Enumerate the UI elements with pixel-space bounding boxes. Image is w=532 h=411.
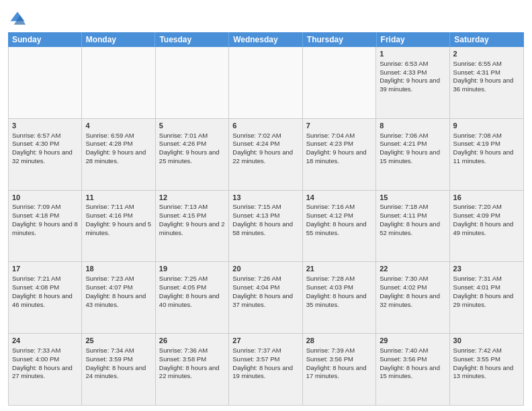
day-number: 24: [12, 336, 78, 346]
sunrise-text: Sunrise: 7:04 AM: [306, 132, 355, 139]
day-of-week-header: Friday: [377, 32, 451, 47]
daylight-text: Daylight: 9 hours and 11 minutes.: [453, 148, 514, 165]
daylight-text: Daylight: 9 hours and 15 minutes.: [380, 148, 440, 165]
sunset-text: Sunset: 4:02 PM: [380, 283, 427, 291]
daylight-text: Daylight: 8 hours and 40 minutes.: [159, 292, 220, 308]
day-number: 1: [380, 49, 445, 59]
daylight-text: Daylight: 9 hours and 22 minutes.: [232, 148, 293, 165]
day-number: 14: [306, 193, 372, 203]
daylight-text: Daylight: 9 hours and 39 minutes.: [380, 77, 440, 93]
calendar-cell: 24Sunrise: 7:33 AMSunset: 4:00 PMDayligh…: [9, 334, 82, 405]
day-number: 6: [232, 121, 298, 131]
sunrise-text: Sunrise: 7:33 AM: [12, 347, 60, 354]
daylight-text: Daylight: 9 hours and 25 minutes.: [159, 148, 220, 165]
sunrise-text: Sunrise: 7:21 AM: [12, 275, 60, 282]
daylight-text: Daylight: 8 hours and 22 minutes.: [159, 364, 220, 380]
daylight-text: Daylight: 9 hours and 8 minutes.: [12, 220, 78, 236]
calendar-header: SundayMondayTuesdayWednesdayThursdayFrid…: [8, 32, 524, 47]
sunrise-text: Sunrise: 7:36 AM: [159, 347, 208, 354]
daylight-text: Daylight: 9 hours and 36 minutes.: [453, 77, 514, 93]
sunrise-text: Sunrise: 7:40 AM: [380, 347, 428, 354]
calendar-row: 17Sunrise: 7:21 AMSunset: 4:08 PMDayligh…: [9, 262, 523, 334]
sunset-text: Sunset: 3:57 PM: [232, 355, 279, 363]
day-number: 18: [85, 264, 151, 274]
day-of-week-header: Thursday: [303, 32, 377, 47]
day-number: 26: [159, 336, 225, 346]
day-number: 9: [453, 121, 520, 131]
sunset-text: Sunset: 3:55 PM: [453, 355, 500, 363]
calendar-row: 10Sunrise: 7:09 AMSunset: 4:18 PMDayligh…: [9, 191, 523, 263]
calendar-cell: 21Sunrise: 7:28 AMSunset: 4:03 PMDayligh…: [303, 262, 376, 333]
sunset-text: Sunset: 4:26 PM: [159, 140, 206, 147]
sunset-text: Sunset: 4:12 PM: [306, 212, 353, 219]
day-number: 28: [306, 336, 372, 346]
daylight-text: Daylight: 8 hours and 24 minutes.: [85, 364, 146, 380]
calendar-cell: 6Sunrise: 7:02 AMSunset: 4:24 PMDaylight…: [229, 119, 302, 190]
calendar-cell: 13Sunrise: 7:15 AMSunset: 4:13 PMDayligh…: [229, 191, 302, 262]
calendar-cell: 2Sunrise: 6:55 AMSunset: 4:31 PMDaylight…: [450, 47, 523, 118]
sunset-text: Sunset: 4:15 PM: [159, 212, 206, 219]
calendar-cell: 15Sunrise: 7:18 AMSunset: 4:11 PMDayligh…: [376, 191, 449, 262]
daylight-text: Daylight: 8 hours and 35 minutes.: [306, 292, 367, 308]
day-number: 30: [453, 336, 520, 346]
logo-icon: [8, 9, 27, 28]
daylight-text: Daylight: 8 hours and 49 minutes.: [453, 220, 514, 236]
header: [8, 7, 524, 28]
daylight-text: Daylight: 8 hours and 58 minutes.: [232, 220, 293, 236]
sunrise-text: Sunrise: 7:25 AM: [159, 275, 208, 282]
sunrise-text: Sunrise: 7:15 AM: [232, 203, 281, 210]
daylight-text: Daylight: 9 hours and 32 minutes.: [12, 148, 73, 165]
calendar-cell: [303, 47, 376, 118]
sunset-text: Sunset: 3:59 PM: [85, 355, 132, 363]
sunset-text: Sunset: 4:33 PM: [380, 68, 427, 76]
sunset-text: Sunset: 3:58 PM: [159, 355, 206, 363]
calendar: SundayMondayTuesdayWednesdayThursdayFrid…: [8, 32, 524, 406]
calendar-cell: 28Sunrise: 7:39 AMSunset: 3:56 PMDayligh…: [303, 334, 376, 405]
calendar-cell: 17Sunrise: 7:21 AMSunset: 4:08 PMDayligh…: [9, 262, 82, 333]
calendar-cell: 27Sunrise: 7:37 AMSunset: 3:57 PMDayligh…: [229, 334, 302, 405]
sunset-text: Sunset: 4:13 PM: [232, 212, 279, 219]
sunset-text: Sunset: 4:31 PM: [453, 68, 500, 76]
calendar-cell: 1Sunrise: 6:53 AMSunset: 4:33 PMDaylight…: [376, 47, 449, 118]
daylight-text: Daylight: 8 hours and 43 minutes.: [85, 292, 146, 308]
sunrise-text: Sunrise: 7:01 AM: [159, 132, 208, 139]
sunset-text: Sunset: 4:01 PM: [453, 283, 500, 291]
sunset-text: Sunset: 4:05 PM: [159, 283, 206, 291]
sunrise-text: Sunrise: 6:55 AM: [453, 60, 502, 67]
calendar-cell: 9Sunrise: 7:08 AMSunset: 4:19 PMDaylight…: [450, 119, 523, 190]
daylight-text: Daylight: 8 hours and 13 minutes.: [453, 364, 514, 380]
sunset-text: Sunset: 4:28 PM: [85, 140, 132, 147]
sunset-text: Sunset: 4:00 PM: [12, 355, 59, 363]
day-number: 27: [232, 336, 298, 346]
day-number: 7: [306, 121, 372, 131]
sunset-text: Sunset: 4:23 PM: [306, 140, 353, 147]
day-number: 5: [159, 121, 225, 131]
day-number: 19: [159, 264, 225, 274]
day-number: 12: [159, 193, 225, 203]
daylight-text: Daylight: 9 hours and 18 minutes.: [306, 148, 367, 165]
day-number: 23: [453, 264, 520, 274]
daylight-text: Daylight: 8 hours and 52 minutes.: [380, 220, 440, 236]
daylight-text: Daylight: 9 hours and 5 minutes.: [85, 220, 151, 236]
sunset-text: Sunset: 3:56 PM: [306, 355, 353, 363]
calendar-cell: 29Sunrise: 7:40 AMSunset: 3:56 PMDayligh…: [376, 334, 449, 405]
sunset-text: Sunset: 4:18 PM: [12, 212, 59, 219]
day-of-week-header: Wednesday: [229, 32, 303, 47]
sunrise-text: Sunrise: 6:53 AM: [380, 60, 428, 67]
calendar-cell: 4Sunrise: 6:59 AMSunset: 4:28 PMDaylight…: [82, 119, 155, 190]
daylight-text: Daylight: 8 hours and 27 minutes.: [12, 364, 73, 380]
calendar-cell: 16Sunrise: 7:20 AMSunset: 4:09 PMDayligh…: [450, 191, 523, 262]
daylight-text: Daylight: 9 hours and 28 minutes.: [85, 148, 146, 165]
calendar-cell: 5Sunrise: 7:01 AMSunset: 4:26 PMDaylight…: [156, 119, 229, 190]
sunset-text: Sunset: 4:07 PM: [85, 283, 132, 291]
calendar-cell: 26Sunrise: 7:36 AMSunset: 3:58 PMDayligh…: [156, 334, 229, 405]
daylight-text: Daylight: 9 hours and 2 minutes.: [159, 220, 225, 236]
sunrise-text: Sunrise: 7:34 AM: [85, 347, 134, 354]
calendar-cell: [229, 47, 302, 118]
sunrise-text: Sunrise: 7:30 AM: [380, 275, 428, 282]
day-number: 15: [380, 193, 445, 203]
calendar-cell: [82, 47, 155, 118]
day-number: 4: [85, 121, 151, 131]
day-number: 29: [380, 336, 445, 346]
calendar-cell: 12Sunrise: 7:13 AMSunset: 4:15 PMDayligh…: [156, 191, 229, 262]
